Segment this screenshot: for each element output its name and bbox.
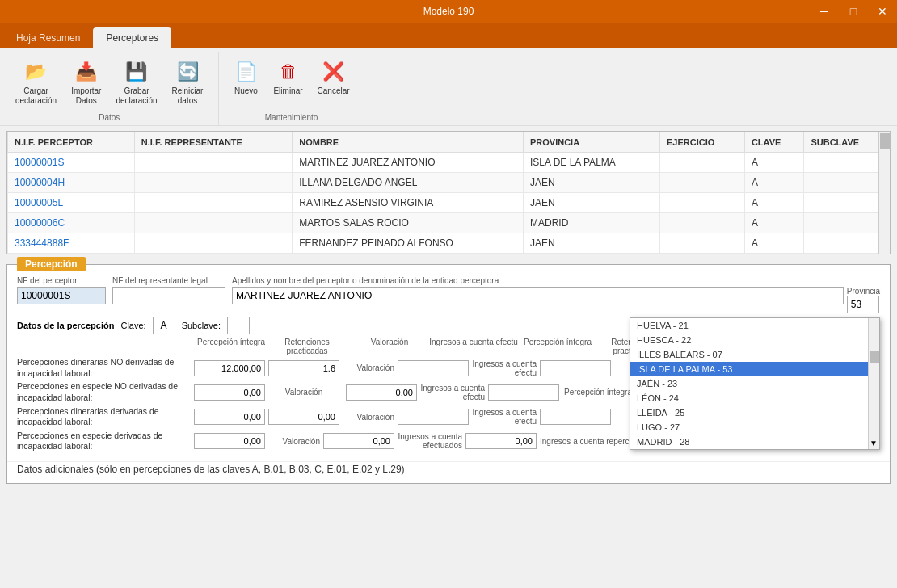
dropdown-item[interactable]: LLEIDA - 25	[630, 405, 879, 420]
row2-ingresos-label: Ingresos a cuenta efectu	[420, 384, 485, 401]
importar-label: ImportarDatos	[71, 86, 101, 106]
row3-retenciones[interactable]	[268, 409, 339, 425]
row3-percepcion-integra[interactable]	[194, 409, 265, 425]
reiniciar-datos-button[interactable]: 🔄 Reiniciardatos	[166, 55, 209, 110]
clave-input[interactable]	[153, 317, 175, 334]
cargar-declaracion-button[interactable]: 📂 Cargardeclaración	[10, 55, 62, 110]
grabar-icon: 💾	[124, 59, 150, 85]
subclave-input[interactable]	[227, 317, 250, 334]
col-header-percepcion-integra: Percepción íntegra	[195, 338, 267, 355]
nombre-cell: ILLANA DELGADO ANGEL	[293, 173, 524, 193]
tab-perceptores[interactable]: Perceptores	[93, 27, 171, 48]
table-scrollbar[interactable]	[878, 132, 890, 254]
row2-ingresos-efect[interactable]	[488, 384, 559, 401]
row3-label: Percepciones dinerarias derivadas deinca…	[17, 406, 191, 428]
dropdown-item[interactable]: HUELVA - 21	[630, 318, 879, 333]
clave-cell: A	[744, 153, 804, 173]
row1-percepcion-integra[interactable]	[194, 360, 265, 376]
col-header-retenciones: Retenciones practicadas	[271, 338, 343, 355]
clave-cell: A	[744, 173, 804, 193]
apellidos-input[interactable]	[232, 287, 844, 304]
dropdown-item[interactable]: HUESCA - 22	[630, 333, 879, 347]
representante-cell	[134, 233, 292, 254]
percepcion-panel: Percepción NF del perceptor NF del repre…	[6, 264, 891, 484]
main-table-area: N.I.F. PERCEPTOR N.I.F. REPRESENTANTE NO…	[6, 131, 891, 254]
table-row[interactable]: 10000006C MARTOS SALAS ROCIO MADRID A	[8, 213, 890, 233]
nombre-cell: MARTINEZ JUAREZ ANTONIO	[293, 153, 524, 173]
dropdown-scrollbar[interactable]: ▼	[868, 318, 879, 449]
nif-cell[interactable]: 10000004H	[15, 177, 65, 188]
provincia-label: Provincia	[847, 287, 880, 296]
subclave-cell	[804, 213, 890, 233]
dropdown-item[interactable]: MADRID - 28	[630, 435, 879, 449]
table-row[interactable]: 10000004H ILLANA DELGADO ANGEL JAEN A	[8, 173, 890, 193]
ribbon-datos-buttons: 📂 Cargardeclaración 📥 ImportarDatos 💾 Gr…	[10, 55, 208, 110]
provincia-cell: JAEN	[523, 173, 659, 193]
ejercicio-cell	[659, 233, 744, 254]
dropdown-item[interactable]: ISLA DE LA PALMA - 53	[630, 362, 879, 376]
subclave-cell	[804, 193, 890, 213]
dropdown-item[interactable]: LUGO - 27	[630, 420, 879, 435]
nuevo-button[interactable]: 📄 Nuevo	[227, 55, 264, 100]
dropdown-scrollbar-thumb	[870, 351, 879, 363]
datos-percepcion-label: Datos de la percepción	[17, 321, 114, 330]
dropdown-item[interactable]: LÉON - 24	[630, 391, 879, 405]
ribbon-mantenimiento-buttons: 📄 Nuevo 🗑 Eliminar ❌ Cancelar	[227, 55, 355, 100]
table-row[interactable]: 10000005L RAMIREZ ASENSIO VIRGINIA JAEN …	[8, 193, 890, 213]
nuevo-icon: 📄	[233, 59, 259, 85]
ejercicio-cell	[659, 193, 744, 213]
scrollbar-thumb	[880, 133, 890, 149]
row1-valoracion[interactable]	[398, 360, 469, 376]
subclave-cell	[804, 233, 890, 254]
ribbon-mantenimiento-label: Mantenimiento	[265, 110, 318, 122]
provincia-input[interactable]	[847, 296, 879, 313]
eliminar-button[interactable]: 🗑 Eliminar	[267, 55, 308, 100]
minimize-button[interactable]: ─	[810, 0, 839, 23]
row1-retenciones[interactable]	[268, 360, 339, 376]
table-container: N.I.F. PERCEPTOR N.I.F. REPRESENTANTE NO…	[7, 132, 890, 254]
representante-cell	[134, 213, 292, 233]
nif-cell[interactable]: 10000005L	[15, 197, 63, 208]
cargar-label: Cargardeclaración	[15, 86, 57, 106]
dropdown-scroll-down[interactable]: ▼	[869, 438, 878, 447]
eliminar-label: Eliminar	[273, 86, 302, 96]
provincia-cell: JAEN	[523, 233, 659, 254]
nf-perceptor-input[interactable]	[17, 287, 106, 304]
table-row[interactable]: 333444888F FERNANDEZ PEINADO ALFONSO JAE…	[8, 233, 890, 254]
nf-representante-input[interactable]	[112, 287, 225, 304]
restore-button[interactable]: □	[839, 0, 868, 23]
close-button[interactable]: ✕	[868, 0, 897, 23]
apellidos-label: Apellidos y nombre del perceptor o denom…	[232, 276, 880, 285]
dropdown-item[interactable]: JAÉN - 23	[630, 376, 879, 391]
col-nif-representante: N.I.F. REPRESENTANTE	[134, 132, 292, 153]
nif-cell[interactable]: 333444888F	[15, 237, 69, 249]
nf-representante-field: NF del representante legal	[112, 276, 225, 304]
tab-hoja-resumen[interactable]: Hoja Resumen	[3, 27, 93, 48]
subclave-label: Subclave:	[182, 321, 221, 330]
importar-datos-button[interactable]: 📥 ImportarDatos	[65, 55, 107, 110]
col-subclave: SUBCLAVE	[804, 132, 890, 153]
provincia-cell: JAEN	[523, 193, 659, 213]
importar-icon: 📥	[74, 59, 99, 85]
row4-valoracion[interactable]	[323, 433, 394, 449]
apellidos-provincia-row: Provincia HUELVA - 21HUESCA - 22ILLES BA…	[232, 287, 880, 313]
row4-percepcion-integra[interactable]	[194, 433, 265, 449]
row2-percepcion-integra[interactable]	[194, 384, 265, 401]
col-ejercicio: EJERCICIO	[659, 132, 744, 153]
reiniciar-icon: 🔄	[175, 59, 200, 85]
provincia-field-container: Provincia HUELVA - 21HUESCA - 22ILLES BA…	[847, 287, 880, 313]
row4-ingresos-efect[interactable]	[465, 433, 537, 449]
cancelar-button[interactable]: ❌ Cancelar	[312, 55, 356, 100]
provincia-dropdown[interactable]: HUELVA - 21HUESCA - 22ILLES BALEARS - 07…	[630, 317, 880, 450]
nif-cell[interactable]: 10000001S	[15, 157, 64, 168]
row1-ingresos-efect[interactable]	[540, 360, 611, 376]
nif-cell[interactable]: 10000006C	[15, 217, 65, 229]
row2-valoracion[interactable]	[346, 384, 417, 401]
dropdown-item[interactable]: ILLES BALEARS - 07	[630, 347, 879, 362]
row3-valoracion[interactable]	[398, 409, 469, 425]
row3-ingresos-efect[interactable]	[540, 409, 611, 425]
col-header-valoracion: Valoración	[353, 338, 426, 355]
table-row[interactable]: 10000001S MARTINEZ JUAREZ ANTONIO ISLA D…	[8, 153, 890, 173]
grabar-declaracion-button[interactable]: 💾 Grabardeclaración	[110, 55, 162, 110]
cargar-icon: 📂	[23, 59, 49, 85]
